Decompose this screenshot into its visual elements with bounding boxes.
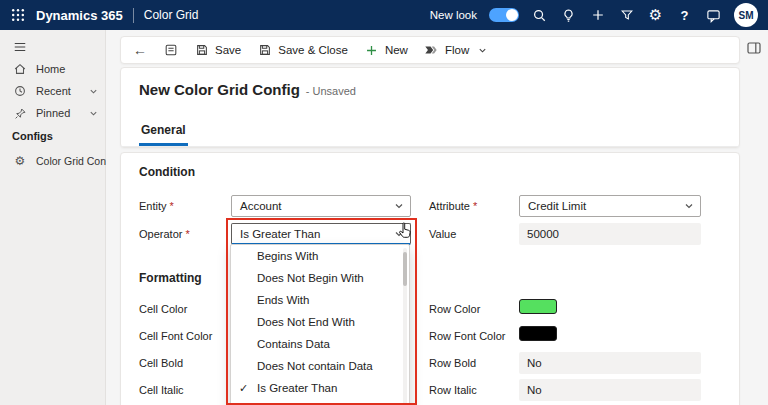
clock-icon [12, 83, 28, 99]
record-title: New Color Grid Config [139, 81, 300, 98]
sidebar-item-pinned[interactable]: Pinned [0, 102, 105, 124]
back-button[interactable]: ← [133, 43, 147, 57]
row-bold-field[interactable]: No [519, 352, 701, 374]
option-label: Ends With [257, 294, 309, 306]
value-text: 50000 [527, 228, 559, 240]
chevron-down-icon[interactable] [89, 109, 98, 118]
topbar-divider [133, 8, 134, 23]
filter-icon[interactable] [618, 7, 635, 24]
option-label: Is Greater Than [257, 382, 337, 394]
app-window: Dynamics 365 Color Grid New look [0, 0, 768, 405]
cell-italic-label: Cell Italic [139, 384, 184, 396]
new-button[interactable]: New [364, 43, 408, 58]
settings-gear-icon[interactable]: ⚙ [647, 7, 664, 24]
chevron-down-icon [394, 229, 404, 239]
row-font-color-label: Row Font Color [429, 330, 505, 342]
check-icon [239, 382, 248, 395]
operator-label: Operator [139, 228, 190, 240]
save-button[interactable]: Save [194, 43, 241, 58]
sidebar-item-label: Home [36, 63, 65, 75]
row-italic-label: Row Italic [429, 384, 477, 396]
option-begins-with[interactable]: Begins With [231, 245, 409, 267]
value-label: Value [429, 228, 456, 240]
sidebar-item-label: Recent [36, 85, 71, 97]
tab-strip: General [121, 118, 739, 147]
top-bar: Dynamics 365 Color Grid New look [0, 0, 768, 30]
command-bar: ← Save Save & [120, 36, 740, 64]
sidebar-item-color-grid-configs[interactable]: ⚙ Color Grid Configs [0, 150, 105, 172]
option-contains-data[interactable]: Contains Data [231, 333, 409, 355]
waffle-menu-icon[interactable] [10, 7, 26, 23]
row-color-swatch[interactable] [519, 299, 557, 314]
chevron-down-icon [394, 201, 404, 211]
row-bold-value: No [527, 357, 542, 369]
side-pane-icon[interactable] [745, 39, 763, 57]
row-italic-field[interactable]: No [519, 379, 701, 401]
attribute-label: Attribute [429, 200, 477, 212]
new-plus-icon [364, 43, 379, 58]
flow-button[interactable]: Flow [424, 43, 490, 58]
cell-color-label: Cell Color [139, 303, 187, 315]
option-label: Contains Data [257, 338, 330, 350]
value-field[interactable]: 50000 [519, 223, 701, 245]
cell-font-color-label: Cell Font Color [139, 330, 212, 342]
row-color-label: Row Color [429, 303, 480, 315]
section-title-formatting: Formatting [139, 271, 202, 285]
flow-icon [424, 43, 439, 58]
option-does-not-begin-with[interactable]: Does Not Begin With [231, 267, 409, 289]
new-look-label: New look [430, 9, 477, 21]
tab-general[interactable]: General [139, 117, 188, 146]
option-label: Does Not contain Data [257, 360, 373, 372]
option-ends-with[interactable]: Ends With [231, 289, 409, 311]
section-title-condition: Condition [139, 165, 195, 179]
form-body: Condition Entity Account Attribute Credi… [120, 152, 740, 405]
sitemap-collapse-button[interactable] [0, 36, 105, 58]
record-header: New Color Grid Config- Unsaved General [120, 67, 740, 148]
hamburger-icon [12, 39, 28, 55]
search-icon[interactable] [531, 7, 548, 24]
entity-label: Entity [139, 200, 174, 212]
save-close-icon [257, 43, 272, 58]
sidebar-item-label: Pinned [36, 107, 70, 119]
row-font-color-swatch[interactable] [519, 326, 557, 341]
attribute-dropdown[interactable]: Credit Limit [519, 195, 701, 217]
chevron-down-icon [684, 201, 694, 211]
add-icon[interactable] [589, 7, 606, 24]
save-icon [194, 43, 209, 58]
topbar-actions: New look [430, 3, 758, 27]
site-map-sidebar: Home Recent Pinned Configs ⚙ C [0, 30, 106, 405]
record-status: - Unsaved [306, 85, 356, 97]
cell-bold-label: Cell Bold [139, 357, 183, 369]
option-label: Begins With [257, 250, 318, 262]
option-does-not-end-with[interactable]: Does Not End With [231, 311, 409, 333]
help-icon[interactable]: ? [676, 7, 693, 24]
form-icon[interactable] [163, 43, 178, 58]
save-label: Save [215, 44, 241, 56]
page-title: New Color Grid Config- Unsaved [139, 81, 356, 98]
feedback-icon[interactable] [705, 7, 722, 24]
option-label: Does Not End With [257, 316, 355, 328]
product-name[interactable]: Dynamics 365 [36, 8, 123, 23]
option-label: Does Not Begin With [257, 272, 364, 284]
avatar[interactable]: SM [734, 3, 758, 27]
main-content: ← Save Save & [106, 30, 768, 405]
toggle-knob [506, 9, 518, 21]
chevron-down-icon[interactable] [89, 87, 98, 96]
save-and-close-button[interactable]: Save & Close [257, 43, 348, 58]
flow-label: Flow [445, 44, 469, 56]
option-does-not-contain-data[interactable]: Does Not contain Data [231, 355, 409, 377]
pin-icon [12, 105, 28, 121]
new-label: New [385, 44, 408, 56]
option-is-greater-than[interactable]: Is Greater Than [231, 377, 409, 399]
save-and-close-label: Save & Close [278, 44, 348, 56]
lightbulb-icon[interactable] [560, 7, 577, 24]
scrollbar-thumb[interactable] [403, 252, 407, 286]
sidebar-item-home[interactable]: Home [0, 58, 105, 80]
attribute-value: Credit Limit [528, 200, 586, 212]
entity-value: Account [240, 200, 282, 212]
operator-dropdown[interactable]: Is Greater Than [231, 223, 411, 245]
app-name[interactable]: Color Grid [144, 8, 199, 22]
entity-dropdown[interactable]: Account [231, 195, 411, 217]
new-look-toggle[interactable] [489, 8, 519, 22]
sidebar-item-recent[interactable]: Recent [0, 80, 105, 102]
